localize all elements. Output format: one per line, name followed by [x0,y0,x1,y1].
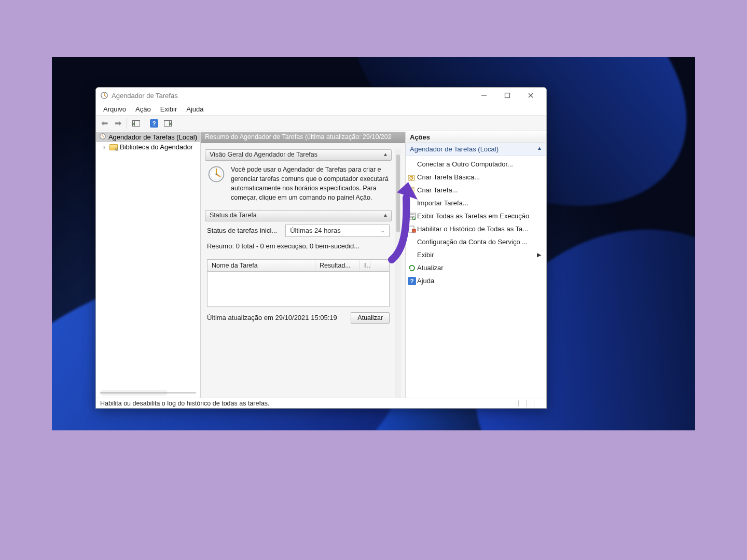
clock-icon [99,133,106,141]
center-pane: Resumo do Agendador de Tarefas (última a… [201,132,405,398]
action-item-label: Atualizar [417,264,444,272]
collapse-icon[interactable]: ▲ [383,151,388,157]
submenu-arrow-icon: ▶ [537,251,541,258]
menubar: Arquivo Ação Exibir Ajuda [96,103,546,116]
minimize-button[interactable] [473,88,495,103]
status-summary: Resumo: 0 total - 0 em execução, 0 bem-s… [205,237,392,250]
task-icon [408,186,416,194]
chevron-down-icon: ⌄ [380,227,385,234]
actions-group-header[interactable]: Agendador de Tarefas (Local) ▲ [406,143,546,156]
action-item-3[interactable]: Importar Tarefa... [406,197,546,209]
help-button[interactable]: ? [148,117,160,130]
task-scheduler-window: Agendador de Tarefas Arquivo Ação Exibir… [95,87,547,409]
last-update-label: Última atualização em 29/10/2021 15:05:1… [207,314,345,321]
column-task-name[interactable]: Nome da Tarefa [208,260,315,271]
help-icon: ? [408,277,416,285]
center-header: Resumo do Agendador de Tarefas (última a… [201,132,405,143]
toolbar: ⬅ ➡ ▸ ? ◂ [96,116,546,131]
pane-left-icon: ▸ [132,120,140,127]
tree-root[interactable]: Agendador de Tarefas (Local) [96,132,200,142]
action-item-7[interactable]: Exibir▶ [406,248,546,261]
blank-icon [408,251,416,259]
tree-library[interactable]: › ⚙ Biblioteca do Agendador [96,142,200,152]
help-icon: ? [150,119,158,128]
tree-root-label: Agendador de Tarefas (Local) [108,133,197,141]
blank-icon [408,238,416,246]
menu-help[interactable]: Ajuda [182,104,208,114]
action-item-9[interactable]: ?Ajuda [406,274,546,287]
action-item-0[interactable]: Conectar a Outro Computador... [406,158,546,171]
tree-library-label: Biblioteca do Agendador [120,143,193,151]
refresh-button[interactable]: Atualizar [351,312,390,324]
column-i[interactable]: I [360,260,370,271]
forward-button[interactable]: ➡ [112,117,124,130]
actions-header: Ações [406,132,546,143]
show-hide-actions-button[interactable]: ◂ [161,117,174,130]
action-item-1[interactable]: Criar Tarefa Básica... [406,171,546,184]
action-item-label: Criar Tarefa... [417,186,458,194]
status-started-label: Status de tarefas inici... [207,227,277,234]
action-item-label: Ajuda [417,277,434,285]
overview-panel-title[interactable]: Visão Geral do Agendador de Tarefas ▲ [205,149,392,161]
action-item-label: Criar Tarefa Básica... [417,173,480,181]
chevron-right-icon: › [103,143,109,151]
action-item-label: Conectar a Outro Computador... [417,160,513,168]
refresh-icon [408,264,416,272]
status-panel-title[interactable]: Status da Tarefa ▲ [205,210,392,221]
window-title: Agendador de Tarefas [112,92,473,100]
arrow-left-icon: ⬅ [101,118,108,128]
action-item-label: Exibir Todas as Tarefas em Execução [417,212,529,220]
history-icon [408,225,416,233]
clock-large-icon [207,165,226,184]
action-item-6[interactable]: Configuração da Conta do Serviço ... [406,235,546,248]
back-button[interactable]: ⬅ [98,117,110,130]
wizard-icon [408,173,416,181]
statusbar-text: Habilita ou desabilita o log do históric… [100,400,270,407]
collapse-icon: ▲ [537,145,542,153]
statusbar: Habilita ou desabilita o log do históric… [96,398,546,408]
folder-icon: ⚙ [109,144,118,150]
desktop-wallpaper: Agendador de Tarefas Arquivo Ação Exibir… [52,57,695,430]
action-item-label: Importar Tarefa... [417,199,468,207]
collapse-icon[interactable]: ▲ [383,212,388,218]
svg-rect-1 [505,93,510,98]
svg-point-5 [215,173,217,175]
titlebar[interactable]: Agendador de Tarefas [96,88,546,103]
action-item-label: Habilitar o Histórico de Todas as Ta... [417,225,528,233]
pane-right-icon: ◂ [164,120,172,127]
overview-text: Você pode usar o Agendador de Tarefas pa… [231,165,390,203]
maximize-button[interactable] [496,88,519,103]
action-item-5[interactable]: Habilitar o Histórico de Todas as Ta... [406,222,546,235]
action-item-8[interactable]: Atualizar [406,261,546,274]
app-icon [100,91,108,100]
actions-pane: Ações Agendador de Tarefas (Local) ▲ Con… [405,132,546,398]
action-item-4[interactable]: Exibir Todas as Tarefas em Execução [406,209,546,222]
column-result[interactable]: Resultad... [315,260,360,271]
menu-view[interactable]: Exibir [156,104,182,114]
action-item-label: Configuração da Conta do Serviço ... [417,238,528,246]
action-item-label: Exibir [417,251,434,259]
svg-rect-12 [412,229,416,232]
status-period-combo[interactable]: Últimas 24 horas ⌄ [285,225,390,237]
blank-icon [408,199,416,207]
menu-file[interactable]: Arquivo [99,104,130,114]
close-button[interactable] [519,88,542,103]
menu-action[interactable]: Ação [131,104,155,114]
show-hide-tree-button[interactable]: ▸ [130,117,142,130]
console-tree[interactable]: Agendador de Tarefas (Local) › ⚙ Bibliot… [96,132,201,398]
arrow-right-icon: ➡ [115,118,121,128]
status-table[interactable]: Nome da Tarefa Resultad... I [207,259,390,307]
action-item-2[interactable]: Criar Tarefa... [406,184,546,197]
list-icon [408,212,416,220]
horizontal-scrollbar[interactable] [100,392,196,394]
blank-icon [408,160,416,169]
vertical-scrollbar[interactable] [395,149,401,398]
